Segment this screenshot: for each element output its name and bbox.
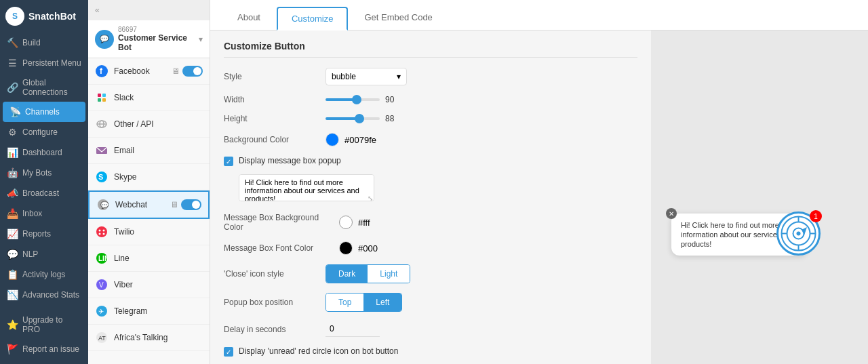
sidebar-item-report-issue[interactable]: 🚩 Report an issue [0,339,88,359]
channel-item-africas-talking[interactable]: AT Africa's Talking [88,325,210,351]
unread-label: Display 'unread' red circle icon on bot … [239,346,398,356]
delay-label: Delay in seconds [224,325,319,334]
channel-item-other-api[interactable]: Other / API [88,111,210,138]
channel-item-telegram[interactable]: ✈ Telegram [88,298,210,325]
sidebar-label-persistent-menu: Persistent Menu [22,58,81,68]
style-select[interactable]: bubble ▾ [326,68,407,85]
tab-customize[interactable]: Customize [277,7,348,31]
close-dark-button[interactable]: Dark [326,265,368,283]
sidebar-item-configure[interactable]: ⚙ Configure [0,122,88,142]
notification-badge: 1 [810,210,822,222]
delay-input[interactable] [326,321,380,337]
height-row: Height 88 [224,114,637,123]
sidebar-item-reports[interactable]: 📈 Reports [0,224,88,244]
upgrade-icon: ⭐ [7,319,18,330]
msg-font-color-control: #000 [339,241,637,255]
channel-item-webchat[interactable]: 💬 Webchat 🖥 [88,190,210,219]
channel-name-other-api: Other / API [114,119,203,129]
sidebar-item-upgrade[interactable]: ⭐ Upgrade to PRO [0,310,88,339]
width-value: 90 [385,95,399,104]
height-control: 88 [326,114,637,123]
channel-name-email: Email [114,146,203,155]
sidebar-item-persistent-menu[interactable]: ☰ Persistent Menu [0,53,88,73]
display-popup-label: Display message box popup [239,156,341,165]
height-slider[interactable] [326,117,380,120]
sidebar-item-global-connections[interactable]: 🔗 Global Connections [0,73,88,102]
width-slider[interactable] [326,98,380,101]
sidebar-label-activity-logs: Activity logs [22,270,65,279]
sidebar-item-my-bots[interactable]: 🤖 My Bots [0,163,88,183]
svg-text:✈: ✈ [98,308,104,315]
bot-info: 86697 Customer Service Bot [118,26,195,52]
sidebar-item-language[interactable]: 🌐 English ▾ [0,359,88,364]
bots-icon: 🤖 [7,167,18,178]
activity-icon: 📋 [7,269,18,280]
display-popup-checkbox[interactable]: ✓ [224,157,233,166]
bot-selector[interactable]: 💬 86697 Customer Service Bot ▾ [88,20,210,58]
sidebar-item-activity-logs[interactable]: 📋 Activity logs [0,264,88,285]
msg-font-color-swatch[interactable] [339,241,353,255]
customize-form: Customize Button Style bubble ▾ Width [210,31,651,364]
delay-row: Delay in seconds [224,321,637,337]
tab-about[interactable]: About [224,7,274,30]
tab-get-embed-code[interactable]: Get Embed Code [351,7,446,30]
bot-button-container: 1 [804,266,848,310]
bg-color-swatch[interactable] [326,133,339,146]
popup-text-input[interactable]: Hi! Click here to find out more informat… [239,174,374,201]
sidebar-item-broadcast[interactable]: 📣 Broadcast [0,183,88,203]
channel-item-line[interactable]: LINE Line [88,245,210,272]
bot-selector-chevron[interactable]: ▾ [199,35,203,44]
popup-text-wrapper: Hi! Click here to find out more informat… [239,174,374,203]
facebook-monitor-icon[interactable]: 🖥 [172,66,180,76]
slack-icon [95,91,108,104]
textarea-expand-icon: ⤡ [368,195,373,202]
svg-text:S: S [98,173,103,181]
preview-area: ✕ Hi! Click here to find out more inform… [651,31,868,364]
channel-name-slack: Slack [114,93,203,102]
position-left-button[interactable]: Left [363,294,401,311]
webchat-toggle[interactable] [181,199,201,210]
sidebar-item-nlp[interactable]: 💬 NLP [0,244,88,264]
close-light-button[interactable]: Light [368,265,410,283]
collapse-arrow[interactable]: « [95,5,100,15]
menu-icon: ☰ [7,58,18,68]
height-label: Height [224,114,319,123]
sidebar-item-build[interactable]: 🔨 Build [0,33,88,53]
unread-checkbox[interactable]: ✓ [224,347,233,357]
chat-bubble-close[interactable]: ✕ [666,208,677,219]
sidebar-item-channels[interactable]: 📡 Channels [3,102,85,122]
svg-point-17 [99,233,101,235]
sidebar-item-advanced-stats[interactable]: 📉 Advanced Stats [0,285,88,305]
msg-font-color-label: Message Box Font Color [224,243,332,253]
svg-text:LINE: LINE [98,255,108,262]
svg-text:💬: 💬 [100,201,109,209]
sidebar-label-my-bots: My Bots [22,168,52,178]
facebook-toggle[interactable] [182,66,203,77]
channel-item-viber[interactable]: V Viber [88,272,210,298]
width-control: 90 [326,95,637,104]
sidebar: S SnatchBot 🔨 Build ☰ Persistent Menu 🔗 … [0,0,88,364]
bot-avatar: 💬 [95,30,114,49]
channel-item-skype[interactable]: S Skype [88,164,210,190]
channel-item-twilio[interactable]: Twilio [88,219,210,245]
sidebar-item-inbox[interactable]: 📥 Inbox [0,203,88,224]
channel-item-slack[interactable]: Slack [88,85,210,111]
svg-rect-3 [102,94,106,97]
close-icon-row: 'Close' icon style Dark Light [224,264,637,283]
width-row: Width 90 [224,95,637,104]
bot-button-preview[interactable]: 1 [776,211,821,256]
sidebar-item-dashboard[interactable]: 📊 Dashboard [0,142,88,163]
height-value: 88 [385,114,399,123]
channel-item-facebook[interactable]: f Facebook 🖥 [88,58,210,85]
sidebar-label-broadcast: Broadcast [22,188,59,198]
position-top-button[interactable]: Top [326,294,363,311]
reports-icon: 📈 [7,228,18,239]
viber-icon: V [95,278,108,291]
channel-item-email[interactable]: Email [88,138,210,164]
webchat-monitor-icon[interactable]: 🖥 [170,200,178,209]
bot-name: Customer Service Bot [118,33,195,52]
msg-bg-color-swatch[interactable] [339,216,353,229]
channel-list-header: « [88,0,210,20]
telegram-icon: ✈ [95,304,108,318]
msg-font-color-value: #000 [358,243,378,254]
